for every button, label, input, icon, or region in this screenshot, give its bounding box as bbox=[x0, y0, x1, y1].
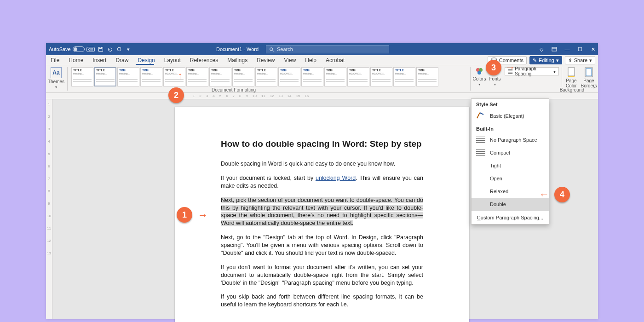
autosave-label: AutoSave bbox=[49, 46, 71, 52]
tab-insert[interactable]: Insert bbox=[88, 55, 111, 65]
style-set-thumbnail[interactable]: TitleHeading 1 bbox=[209, 67, 231, 86]
ribbon-tabs: File Home Insert Draw Design Layout Refe… bbox=[46, 55, 598, 65]
menu-item-basic-elegant[interactable]: Basic (Elegant) bbox=[472, 109, 549, 123]
doc-paragraph: Next, go to the "Design" tab at the top … bbox=[221, 234, 423, 257]
close-icon[interactable]: ✕ bbox=[590, 46, 596, 52]
document-formatting-gallery[interactable]: TITLEHeading 1TITLEHeading 1TitleHeading… bbox=[70, 66, 438, 86]
paragraph-spacing-label: Paragraph Spacing bbox=[515, 66, 552, 76]
tab-draw[interactable]: Draw bbox=[111, 55, 133, 65]
style-set-thumbnail[interactable]: TITLEHeading 1 bbox=[255, 67, 277, 86]
tab-design[interactable]: Design bbox=[133, 55, 159, 65]
chevron-down-icon: ▾ bbox=[55, 85, 57, 89]
themes-button[interactable]: Aa Themes ▾ bbox=[46, 66, 66, 90]
menu-item-label: Tight bbox=[490, 163, 501, 168]
menu-item-compact[interactable]: Compact bbox=[472, 146, 549, 159]
tab-layout[interactable]: Layout bbox=[160, 55, 185, 65]
group-label-background: Background bbox=[560, 87, 584, 92]
tab-view[interactable]: View bbox=[280, 55, 301, 65]
autosave-toggle[interactable]: AutoSave Off bbox=[49, 46, 95, 52]
ribbon-display-icon[interactable] bbox=[551, 46, 558, 52]
page-borders-button[interactable]: Page Borders bbox=[579, 66, 599, 89]
menu-item-custom-spacing[interactable]: Custom Paragraph Spacing... bbox=[472, 211, 549, 224]
menu-item-relaxed[interactable]: Relaxed bbox=[472, 185, 549, 198]
autosave-state: Off bbox=[86, 47, 95, 52]
style-set-thumbnail[interactable]: TitleHEADING 1 bbox=[278, 67, 300, 86]
minimize-icon[interactable]: ― bbox=[564, 46, 570, 52]
maximize-icon[interactable]: ☐ bbox=[577, 46, 583, 52]
menu-item-label: No Paragraph Space bbox=[490, 137, 537, 143]
svg-rect-9 bbox=[568, 76, 575, 77]
menu-item-label: Double bbox=[490, 201, 506, 207]
link-unlocking-word[interactable]: unlocking Word bbox=[316, 175, 356, 181]
redo-icon[interactable] bbox=[116, 46, 122, 52]
page-color-icon bbox=[567, 67, 576, 77]
svg-rect-1 bbox=[99, 47, 102, 49]
tab-review[interactable]: Review bbox=[252, 55, 279, 65]
spacing-icon bbox=[476, 162, 485, 169]
qat-chevron-down-icon[interactable]: ▾ bbox=[125, 46, 132, 52]
work-area: 2112345678910111213141516 12345678910111… bbox=[46, 93, 598, 319]
tab-file[interactable]: File bbox=[46, 55, 64, 65]
share-button[interactable]: ⇪Share▾ bbox=[565, 56, 595, 64]
page-color-label: Page Color bbox=[566, 78, 577, 88]
search-input[interactable]: Search bbox=[266, 45, 389, 53]
style-set-thumbnail[interactable]: TitleHeading 1 bbox=[117, 67, 139, 86]
fonts-label: Fonts bbox=[489, 76, 501, 81]
toggle-off-icon bbox=[73, 46, 85, 52]
page-color-button[interactable]: Page Color bbox=[564, 66, 579, 89]
menu-item-tight[interactable]: Tight bbox=[472, 159, 549, 172]
group-label-document-formatting: Document Formatting bbox=[212, 87, 256, 92]
document-title: Document1 - Word bbox=[216, 46, 259, 52]
menu-item-no-paragraph-space[interactable]: No Paragraph Space bbox=[472, 133, 549, 146]
style-set-thumbnail[interactable]: TitleHeading 1 bbox=[324, 67, 346, 86]
colors-button[interactable]: Colors▾ bbox=[471, 66, 488, 87]
menu-item-label: Basic (Elegant) bbox=[490, 113, 524, 119]
style-set-thumbnail[interactable]: TITLEHEADING 1 bbox=[370, 67, 392, 86]
menu-section-built-in: Built-In bbox=[472, 123, 549, 133]
style-set-thumbnail[interactable]: TITLEHeading 1 bbox=[94, 67, 116, 86]
menu-item-label: Custom Paragraph Spacing... bbox=[477, 215, 543, 220]
style-set-thumbnail[interactable]: TitleHeading 1 bbox=[232, 67, 254, 86]
editing-label: Editing bbox=[539, 58, 554, 63]
collapse-ribbon-icon[interactable]: ⌃ bbox=[592, 86, 596, 92]
ruler-vertical: 12345678910111213 bbox=[46, 99, 52, 319]
text-run: If your document is locked, start by bbox=[221, 175, 316, 181]
annotation-badge-3: 3 bbox=[486, 60, 501, 75]
menu-item-label: Compact bbox=[490, 150, 510, 155]
style-set-thumbnail[interactable]: TITLEHeading 1 bbox=[393, 67, 415, 86]
tab-mailings[interactable]: Mailings bbox=[223, 55, 252, 65]
search-icon bbox=[269, 47, 274, 52]
spacing-icon bbox=[476, 136, 485, 144]
editing-button[interactable]: ✎Editing▾ bbox=[529, 56, 562, 64]
doc-paragraph: Double spacing in Word is quick and easy… bbox=[221, 160, 423, 168]
svg-point-7 bbox=[477, 71, 481, 75]
style-set-thumbnail[interactable]: TitleHeading 1 bbox=[186, 67, 208, 86]
style-set-icon bbox=[476, 112, 485, 120]
style-set-thumbnail[interactable]: TitleHeading 1 bbox=[140, 67, 162, 86]
undo-icon[interactable] bbox=[107, 46, 113, 52]
save-icon[interactable] bbox=[98, 46, 104, 52]
style-set-thumbnail[interactable]: TITLEHeading 1 bbox=[71, 67, 93, 86]
svg-point-3 bbox=[270, 47, 273, 50]
tab-home[interactable]: Home bbox=[64, 55, 88, 65]
ribbon-design: Aa Themes ▾ TITLEHeading 1TITLEHeading 1… bbox=[46, 65, 598, 93]
style-set-thumbnail[interactable]: TitleHeading 1 bbox=[301, 67, 323, 86]
tab-references[interactable]: References bbox=[185, 55, 223, 65]
text-selection: Next, pick the section of your document … bbox=[221, 197, 423, 227]
document-page[interactable]: How to do double spacing in Word: Step b… bbox=[175, 107, 469, 322]
diamond-icon[interactable]: ◇ bbox=[538, 46, 545, 52]
themes-label: Themes bbox=[48, 79, 64, 84]
menu-item-double[interactable]: Double bbox=[472, 198, 549, 211]
arrow-right-icon: → bbox=[505, 62, 515, 74]
menu-item-open[interactable]: Open bbox=[472, 172, 549, 185]
tab-acrobat[interactable]: Acrobat bbox=[321, 55, 349, 65]
menu-item-label: Open bbox=[490, 176, 502, 181]
doc-paragraph: If you don't want to format your documen… bbox=[221, 264, 423, 287]
arrow-up-icon: → bbox=[174, 71, 186, 81]
style-set-thumbnail[interactable]: TitleHeading 1 bbox=[416, 67, 438, 86]
doc-paragraph-highlighted: Next, pick the section of your document … bbox=[221, 196, 423, 228]
tab-help[interactable]: Help bbox=[300, 55, 321, 65]
style-set-thumbnail[interactable]: TitleHEADING 1 bbox=[347, 67, 369, 86]
titlebar: AutoSave Off ▾ Document1 - Word Search ◇… bbox=[46, 43, 598, 55]
chevron-down-icon: ▾ bbox=[589, 58, 592, 63]
